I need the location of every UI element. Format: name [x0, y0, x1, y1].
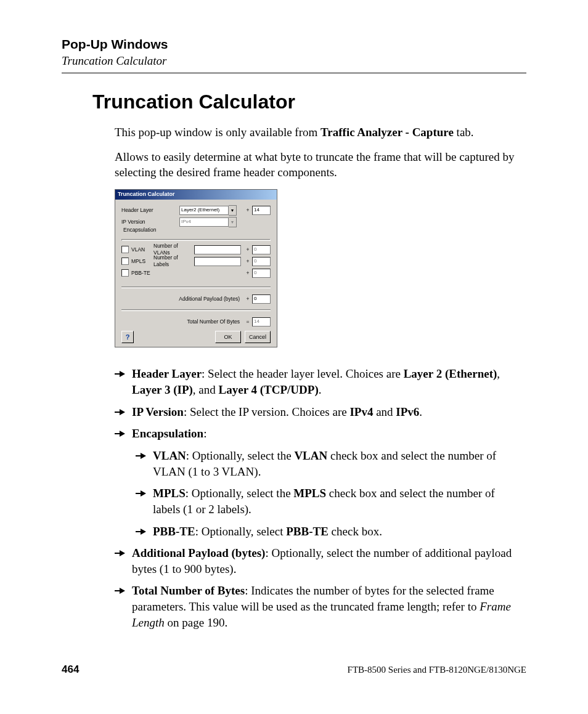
svg-marker-4: [136, 490, 146, 497]
chevron-down-icon: ▼: [229, 217, 237, 227]
equals-icon: =: [243, 318, 252, 325]
svg-marker-3: [136, 453, 146, 459]
help-button[interactable]: ?: [121, 331, 134, 343]
header-chapter: Pop-Up Windows: [62, 37, 526, 52]
plus-icon: +: [243, 296, 252, 302]
additional-payload-value[interactable]: 0: [252, 294, 271, 304]
plus-icon: +: [243, 258, 252, 265]
svg-marker-0: [115, 371, 125, 377]
bullet-vlan: VLAN: Optionally, select the VLAN check …: [136, 448, 524, 479]
pbbte-checkbox[interactable]: [121, 269, 129, 277]
vlan-bytes: 0: [252, 245, 271, 254]
intro-p2: Allows to easily determine at what byte …: [115, 149, 524, 181]
dialog-titlebar: Truncation Calculator: [115, 190, 277, 200]
bullet-total-bytes: Total Number of Bytes: Indicates the num…: [115, 583, 524, 630]
bullet-encapsulation: Encapsulation:: [115, 426, 524, 442]
ok-button[interactable]: OK: [215, 331, 241, 343]
header-section: Truncation Calculator: [62, 54, 526, 68]
ip-version-combo[interactable]: IPv4 ▼: [179, 217, 237, 227]
bullet-additional-payload: Additional Payload (bytes): Optionally, …: [115, 545, 524, 577]
chevron-down-icon[interactable]: ▼: [229, 205, 237, 216]
body-text: This pop-up window is only available fro…: [115, 124, 524, 630]
arrow-icon: [136, 448, 153, 479]
mpls-count-label: Number of Labels: [153, 254, 194, 269]
additional-payload-label: Additional Payload (bytes): [179, 296, 240, 302]
bullet-header-layer: Header Layer: Select the header layer le…: [115, 366, 524, 397]
bullet-ip-version: IP Version: Select the IP version. Choic…: [115, 404, 524, 420]
total-bytes-value: 14: [252, 317, 271, 327]
vlan-checkbox[interactable]: [121, 246, 129, 253]
vlan-count-combo[interactable]: [194, 245, 241, 254]
arrow-icon: [115, 426, 132, 442]
arrow-icon: [115, 366, 132, 397]
running-header: Pop-Up Windows Truncation Calculator: [62, 37, 526, 73]
ip-version-label: IP Version: [121, 219, 179, 225]
intro-p1: This pop-up window is only available fro…: [115, 124, 524, 140]
total-bytes-label: Total Number Of Bytes: [187, 318, 240, 325]
svg-marker-2: [115, 431, 125, 437]
svg-marker-7: [115, 588, 125, 594]
header-layer-label: Header Layer: [121, 207, 179, 214]
page-title: Truncation Calculator: [92, 91, 526, 113]
header-layer-bytes[interactable]: 14: [252, 206, 271, 215]
arrow-icon: [115, 583, 132, 630]
bullet-mpls: MPLS: Optionally, select the MPLS check …: [136, 485, 524, 517]
arrow-icon: [115, 404, 132, 420]
page-footer: 464 FTB-8500 Series and FTB-8120NGE/8130…: [62, 663, 526, 676]
header-layer-combo[interactable]: Layer2 (Ethernet) ▼: [179, 205, 237, 216]
product-name: FTB-8500 Series and FTB-8120NGE/8130NGE: [348, 665, 526, 675]
svg-marker-1: [115, 409, 125, 415]
arrow-icon: [136, 485, 153, 517]
plus-icon: +: [243, 246, 252, 253]
bullet-pbbte: PBB-TE: Optionally, select PBB-TE check …: [136, 524, 524, 540]
vlan-label: VLAN: [131, 246, 153, 253]
mpls-count-combo[interactable]: [194, 257, 241, 266]
cancel-button[interactable]: Cancel: [245, 331, 271, 343]
plus-icon: +: [243, 270, 252, 277]
plus-icon: +: [243, 207, 252, 214]
arrow-icon: [136, 524, 153, 540]
header-rule: [62, 73, 526, 73]
arrow-icon: [115, 545, 132, 577]
mpls-label: MPLS: [131, 258, 153, 265]
pbbte-bytes: 0: [252, 269, 271, 278]
mpls-bytes: 0: [252, 257, 271, 266]
encapsulation-label: Encapsulation: [121, 227, 158, 233]
svg-marker-5: [136, 529, 146, 535]
pbbte-label: PBB-TE: [131, 270, 153, 277]
page-number: 464: [62, 663, 79, 676]
svg-marker-6: [115, 550, 125, 556]
dialog-screenshot: Truncation Calculator Header Layer Layer…: [115, 189, 277, 347]
mpls-checkbox[interactable]: [121, 258, 129, 265]
